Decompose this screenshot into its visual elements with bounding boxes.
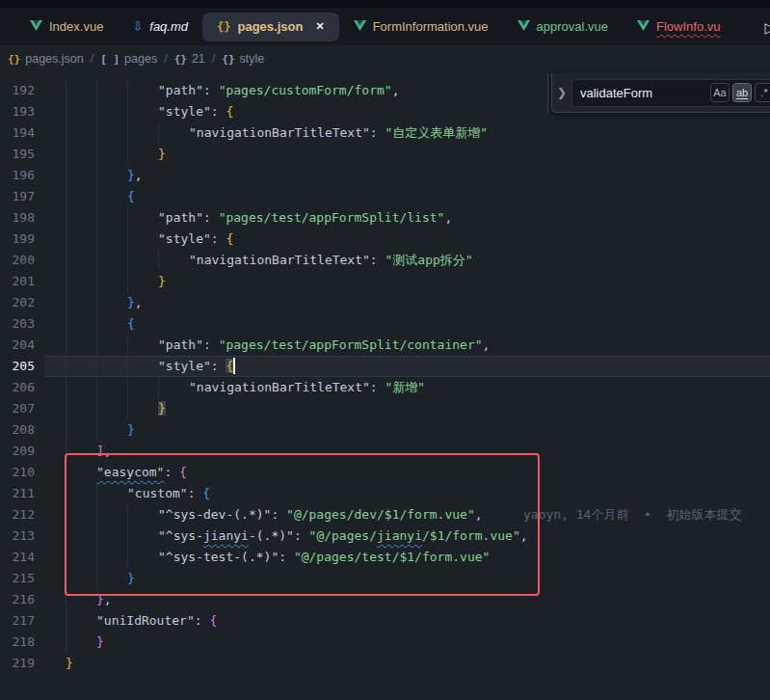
code-line-219[interactable]: 219} [0,653,770,674]
line-content: "style": { [158,356,235,377]
code-line-216[interactable]: 216}, [0,589,770,610]
toggle-replace-icon[interactable]: ❯ [552,86,571,99]
indent-guide [127,229,128,250]
code-line-197[interactable]: 197{ [0,186,770,207]
code-line-210[interactable]: 210"easycom": { [0,462,770,483]
indent-guide [96,568,97,589]
code-line-200[interactable]: 200"navigationBarTitleText": "测试app拆分" [0,250,770,271]
line-content: "uniIdRouter": { [96,610,217,632]
indent-guide [66,250,66,271]
line-number: 212 [0,504,35,525]
indent-guide [96,547,97,568]
object-symbol-icon: {} [174,53,187,66]
tab-label: faq.md [149,19,188,34]
line-number: 199 [0,229,35,250]
breadcrumb-separator: / [91,52,93,66]
indent-guide [96,271,97,292]
code-line-211[interactable]: 211"custom": { [0,483,770,504]
whole-word-button[interactable]: ab [732,83,752,102]
code-token: } [96,634,104,649]
line-content: "path": "pages/customForm/form", [158,80,399,101]
line-number: 205 [0,356,35,377]
indent-guide [66,568,66,589]
line-number: 198 [0,207,35,229]
code-token: } [127,422,135,437]
indent-guide [66,335,66,356]
tab-forminformation-vue[interactable]: FormInformation.vue [339,13,503,41]
vue-file-icon [30,20,42,33]
code-editor[interactable]: 192"path": "pages/customForm/form",193"s… [0,72,770,700]
next-editor-icon[interactable]: ▷ [764,19,770,37]
code-line-214[interactable]: 214"^sys-test-(.*)": "@/pages/test/$1/fo… [0,547,770,568]
breadcrumb-item-style[interactable]: {}style [222,52,264,66]
code-line-203[interactable]: 203{ [0,313,770,335]
line-content: "style": { [158,229,233,250]
indent-guide [66,441,66,462]
code-token: , [392,83,400,97]
code-line-207[interactable]: 207} [0,398,770,419]
code-line-217[interactable]: 217"uniIdRouter": { [0,610,770,632]
indent-guide [66,589,66,610]
line-content: "style": { [158,101,233,122]
regex-button[interactable]: .* [755,83,770,102]
indent-guide [66,356,66,377]
code-token: "^sys-dev-(.*)" [158,507,271,522]
code-line-205[interactable]: 205"style": { [0,356,770,377]
code-line-208[interactable]: 208} [0,419,770,441]
indent-guide [96,483,97,504]
line-content: "navigationBarTitleText": "测试app拆分" [189,250,473,271]
tab-index-vue[interactable]: Index.vue [15,13,118,41]
code-line-202[interactable]: 202}, [0,292,770,313]
code-token: : [188,486,203,500]
indent-guide [96,101,97,122]
line-number: 201 [0,271,35,292]
code-token: jianyi [203,528,249,543]
breadcrumb: {}pages.json/[ ]pages/{}21/{}style [0,45,770,72]
breadcrumb-item-pages[interactable]: [ ]pages [100,52,157,66]
code-line-196[interactable]: 196}, [0,165,770,186]
indent-guide [96,80,97,101]
tab-flowinfo-vu[interactable]: FlowInfo.vu [623,13,734,41]
close-tab-icon[interactable]: ✕ [315,20,324,33]
line-number: 195 [0,144,35,165]
breadcrumb-item-21[interactable]: {}21 [174,52,205,66]
code-line-212[interactable]: 212"^sys-dev-(.*)": "@/pages/dev/$1/form… [0,504,770,525]
line-number: 213 [0,525,35,547]
line-number: 217 [0,610,35,632]
tab-pages-json[interactable]: {}pages.json✕ [202,13,339,41]
code-line-204[interactable]: 204"path": "pages/test/appFormSplit/cont… [0,335,770,356]
line-content: } [158,144,166,165]
indent-guide [66,419,66,441]
code-token: , [104,444,112,458]
find-widget-sash[interactable] [547,73,548,114]
line-content: } [127,568,135,589]
indent-guide [96,419,97,441]
tab-faq-md[interactable]: ⇩faq.md [118,13,202,41]
find-input[interactable]: validateForm Aa ab .* [571,79,770,107]
indent-guide [66,525,66,547]
indent-guide [96,398,97,419]
code-line-218[interactable]: 218} [0,632,770,653]
find-query-text[interactable]: validateForm [580,86,710,100]
tab-approval-vue[interactable]: approval.vue [503,13,623,41]
code-line-215[interactable]: 215} [0,568,770,589]
markdown-file-icon: ⇩ [132,20,143,33]
code-token: "style" [158,231,211,246]
code-token: : [211,231,226,246]
code-line-201[interactable]: 201} [0,271,770,292]
code-token: "pages/test/appFormSplit/list" [219,210,445,225]
breadcrumb-item-pages-json[interactable]: {}pages.json [8,52,84,66]
code-line-198[interactable]: 198"path": "pages/test/appFormSplit/list… [0,207,770,229]
indent-guide [127,207,128,229]
code-line-195[interactable]: 195} [0,144,770,165]
code-line-209[interactable]: 209], [0,441,770,462]
code-line-194[interactable]: 194"navigationBarTitleText": "自定义表单新增" [0,122,770,144]
code-line-206[interactable]: 206"navigationBarTitleText": "新增" [0,377,770,398]
code-token: } [127,571,135,585]
code-token: /$1/form.vue" [422,528,520,543]
line-number: 209 [0,441,35,462]
code-line-213[interactable]: 213"^sys-jianyi-(.*)": "@/pages/jianyi/$… [0,525,770,547]
match-case-button[interactable]: Aa [710,83,730,102]
code-line-199[interactable]: 199"style": { [0,229,770,250]
vue-file-icon [637,20,650,33]
